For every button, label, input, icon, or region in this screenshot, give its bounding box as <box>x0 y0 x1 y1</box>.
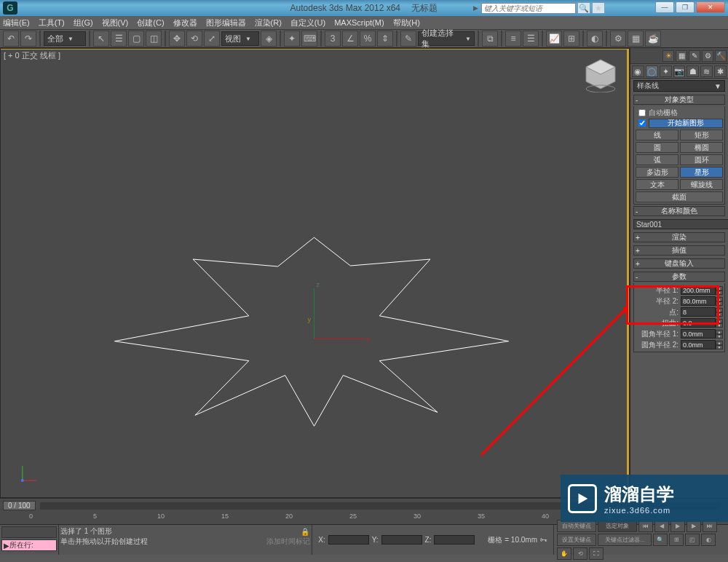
rollout-object-type[interactable]: -对象类型 <box>633 95 725 105</box>
named-selset-dropdown[interactable]: 创建选择集▼ <box>418 31 475 46</box>
tool-safe-icon[interactable]: ▦ <box>676 50 687 62</box>
fillet1-spinner[interactable]: ▲▼ <box>716 330 723 339</box>
snap-3-button[interactable]: 3 <box>325 31 341 47</box>
shape-btn-椭圆[interactable]: 椭圆 <box>680 142 723 153</box>
rotate-button[interactable]: ⟲ <box>186 31 202 47</box>
script-line[interactable]: ▶ 所在行: <box>1 539 57 551</box>
search-input[interactable] <box>481 3 576 14</box>
pivot-button[interactable]: ◈ <box>261 31 277 47</box>
coord-x-input[interactable] <box>328 535 369 545</box>
manipulate-button[interactable]: ✦ <box>284 31 300 47</box>
infocenter-button[interactable]: ★ <box>592 2 605 14</box>
setkey-button[interactable]: 设置关键点 <box>557 534 596 546</box>
render-button[interactable]: ☕ <box>645 31 661 47</box>
add-time-tag[interactable]: 添加时间标记 <box>266 537 310 547</box>
selection-lock-icon[interactable]: 🔒 <box>300 528 310 536</box>
tab-cameras[interactable]: 📷 <box>673 66 686 77</box>
scale-button[interactable]: ⤢ <box>204 31 220 47</box>
undo-button[interactable]: ↶ <box>3 31 19 47</box>
coord-y-input[interactable] <box>381 535 422 545</box>
category-dropdown[interactable]: 样条线▼ <box>633 80 725 92</box>
nav-orbit-icon[interactable]: ⟲ <box>573 547 587 560</box>
tab-systems[interactable]: ✱ <box>714 66 727 77</box>
edit-named-sel-button[interactable]: ✎ <box>400 31 416 47</box>
viewcube[interactable] <box>582 56 619 92</box>
shape-btn-矩形[interactable]: 矩形 <box>680 130 723 140</box>
refcoord-dropdown[interactable]: 视图▼ <box>221 31 259 46</box>
rollout-name-color[interactable]: -名称和颜色 <box>633 206 725 216</box>
menu-modifiers[interactable]: 修改器 <box>173 17 197 28</box>
mini-listener[interactable] <box>1 526 57 538</box>
nav-zoomall-icon[interactable]: ⊞ <box>669 534 684 546</box>
nav-zoomext-icon[interactable]: ◰ <box>685 534 700 546</box>
select-button[interactable]: ↖ <box>93 31 109 47</box>
startnew-checkbox[interactable] <box>638 119 646 127</box>
curve-editor-button[interactable]: 📈 <box>546 31 562 47</box>
object-name-input[interactable] <box>633 219 728 229</box>
redo-button[interactable]: ↷ <box>20 31 36 47</box>
keyboard-shortcut-button[interactable]: ⌨ <box>301 31 317 47</box>
shape-btn-线[interactable]: 线 <box>636 130 678 140</box>
percent-snap-button[interactable]: % <box>360 31 376 47</box>
keyfilter-button[interactable]: 关键点过滤器... <box>598 534 652 546</box>
rollout-render[interactable]: +渲染 <box>633 232 725 242</box>
nav-zoom-icon[interactable]: 🔍 <box>653 534 668 546</box>
search-dropdown-arrow[interactable]: ▶ <box>473 4 478 12</box>
rollout-interpolation[interactable]: +插值 <box>633 245 725 256</box>
rendered-frame-button[interactable]: ▦ <box>628 31 644 47</box>
angle-snap-button[interactable]: ∠ <box>342 31 358 47</box>
window-minimize[interactable]: — <box>655 1 674 13</box>
menu-edit[interactable]: 编辑(E) <box>3 17 30 28</box>
mirror-button[interactable]: ⧉ <box>482 31 498 47</box>
frame-indicator[interactable]: 0 / 100 <box>3 501 36 510</box>
shape-btn-文本[interactable]: 文本 <box>636 179 678 190</box>
shape-btn-弧[interactable]: 弧 <box>636 154 678 165</box>
tool-brush-icon[interactable]: ✎ <box>689 50 700 62</box>
select-name-button[interactable]: ☰ <box>111 31 127 47</box>
nav-pan-icon[interactable]: ✋ <box>557 547 571 560</box>
menu-group[interactable]: 组(G) <box>74 17 93 28</box>
rollout-keyboard[interactable]: +键盘输入 <box>633 258 725 269</box>
tool-lightbulb-icon[interactable]: ☀ <box>662 50 674 62</box>
menu-help[interactable]: 帮助(H) <box>393 17 420 28</box>
select-region-button[interactable]: ▢ <box>128 31 144 47</box>
tab-lights[interactable]: ✦ <box>660 66 672 77</box>
fillet2-input[interactable]: 0.0mm <box>681 340 716 349</box>
move-button[interactable]: ✥ <box>169 31 185 47</box>
shape-btn-多边形[interactable]: 多边形 <box>636 167 678 178</box>
shape-btn-圆环[interactable]: 圆环 <box>680 154 723 165</box>
search-button[interactable]: 🔍 <box>577 2 590 14</box>
autogrid-checkbox[interactable] <box>638 109 646 116</box>
nav-maximize-icon[interactable]: ⛶ <box>589 547 604 560</box>
startnew-button[interactable]: 开始新图形 <box>649 119 723 128</box>
fillet1-input[interactable]: 0.0mm <box>681 329 716 339</box>
menu-create[interactable]: 创建(C) <box>137 17 164 28</box>
shape-btn-截面[interactable]: 截面 <box>636 191 723 202</box>
menu-customize[interactable]: 自定义(U) <box>290 17 325 28</box>
shape-btn-圆[interactable]: 圆 <box>636 142 678 153</box>
coord-z-input[interactable] <box>434 535 475 545</box>
menu-maxscript[interactable]: MAXScript(M) <box>334 18 384 27</box>
window-close[interactable]: ✕ <box>696 1 725 13</box>
key-lock-icon[interactable]: 🗝 <box>540 536 547 544</box>
menu-tools[interactable]: 工具(T) <box>39 17 65 28</box>
rollout-params[interactable]: -参数 <box>633 272 725 282</box>
viewport[interactable]: [ + 0 正交 线框 ] x y z <box>0 48 630 498</box>
shape-btn-星形[interactable]: 星形 <box>680 167 723 178</box>
menu-grapheditors[interactable]: 图形编辑器 <box>206 17 246 28</box>
align-button[interactable]: ≡ <box>505 31 521 47</box>
spinner-snap-button[interactable]: ⇕ <box>377 31 393 47</box>
window-maximize[interactable]: ❐ <box>676 1 695 13</box>
nav-fov-icon[interactable]: ◐ <box>701 534 716 546</box>
fillet2-spinner[interactable]: ▲▼ <box>716 341 723 349</box>
window-crossing-button[interactable]: ◫ <box>146 31 162 47</box>
menu-views[interactable]: 视图(V) <box>102 17 129 28</box>
layer-button[interactable]: ☰ <box>523 31 539 47</box>
shape-btn-螺旋线[interactable]: 螺旋线 <box>680 179 723 190</box>
tool-hammer-icon[interactable]: 🔨 <box>715 50 727 62</box>
tab-helpers[interactable]: ☗ <box>687 66 699 77</box>
tab-geometry[interactable]: ◉ <box>632 66 644 77</box>
viewport-label[interactable]: [ + 0 正交 线框 ] <box>4 50 60 61</box>
material-editor-button[interactable]: ◐ <box>587 31 603 47</box>
render-setup-button[interactable]: ⚙ <box>610 31 626 47</box>
